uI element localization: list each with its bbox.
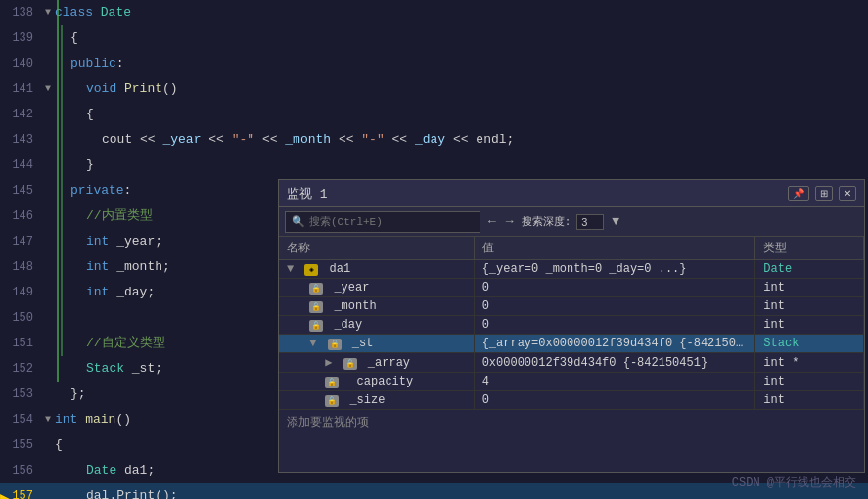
col-value-header: 值 [474,237,755,260]
row-type-size: int [755,391,864,410]
line-number-155: 155 [0,432,41,458]
table-row[interactable]: 🔒 _capacity 4 int [279,373,864,391]
watch-toolbar: 🔍 ← → 搜索深度: ▼ [279,207,864,237]
watch-panel-title: 监视 1 [287,185,328,203]
table-row[interactable]: 🔒 _year 0 int [279,279,864,297]
row-type-capacity: int [755,373,864,391]
line-number-145: 145 [0,178,41,204]
code-line-141: 141 ▼ void Print() [0,76,868,102]
code-line-140: 140 public: [0,51,868,76]
watch-close-button[interactable]: ✕ [839,186,856,201]
var-icon-year: 🔒 [309,283,323,295]
var-icon-st: 🔒 [328,339,342,350]
row-value-month: 0 [474,297,755,316]
line-number-149: 149 [0,280,41,305]
line-number-156: 156 [0,458,41,483]
row-value-da1: {_year=0 _month=0 _day=0 ...} [474,260,755,279]
execution-arrow: ▶ [0,486,10,499]
row-name-month: 🔒 _month [279,297,474,316]
line-number-144: 144 [0,153,41,178]
row-value-size: 0 [474,391,755,410]
watch-table: 名称 值 类型 ▼ ◈ da1 {_year=0 _month=0 _day=0… [279,237,864,410]
row-type-st: Stack [755,335,864,353]
row-type-array: int * [755,353,864,373]
search-fwd-btn[interactable]: → [504,214,516,229]
line-number-152: 152 [0,356,41,382]
var-icon-size: 🔒 [325,395,339,407]
line-number-154: 154 [0,407,41,432]
row-value-year: 0 [474,279,755,297]
table-row[interactable]: ▼ 🔒 _st {_array=0x00000012f39d434f0 {-84… [279,335,864,353]
search-icon: 🔍 [292,215,305,228]
line-number-141: 141 [0,76,41,102]
depth-input[interactable] [576,214,604,230]
fold-138[interactable]: ▼ [41,0,55,25]
watch-search-input[interactable] [309,216,474,228]
line-number-140: 140 [0,51,41,76]
col-name-header: 名称 [279,237,474,260]
row-type-year: int [755,279,864,297]
col-type-header: 类型 [755,237,864,260]
var-icon-month: 🔒 [309,301,323,313]
scope-bar-1 [57,0,59,382]
watch-content[interactable]: 名称 值 类型 ▼ ◈ da1 {_year=0 _month=0 _day=0… [279,237,864,442]
row-name-da1: ▼ ◈ da1 [279,260,474,279]
table-row[interactable]: 🔒 _month 0 int [279,297,864,316]
var-icon-array: 🔒 [343,358,357,370]
var-icon-capacity: 🔒 [325,377,339,388]
line-number-150: 150 [0,305,41,331]
watch-list-button[interactable]: ⊞ [815,186,833,201]
depth-label: 搜索深度: [522,214,571,229]
watch-pin-button[interactable]: 📌 [788,186,809,201]
add-watch-item[interactable]: 添加要监视的项 [279,410,864,434]
watch-title-controls: 📌 ⊞ ✕ [788,186,856,201]
var-icon-da1: ◈ [304,264,318,276]
line-number-138: 138 [0,0,41,25]
watch-table-header: 名称 值 类型 [279,237,864,260]
scope-bar-2 [61,25,63,356]
row-name-array: ▶ 🔒 _array [279,353,474,373]
var-icon-day: 🔒 [309,320,323,332]
row-name-size: 🔒 _size [279,391,474,410]
code-line-142: 142 { [0,102,868,127]
row-type-da1: Date [755,260,864,279]
table-row[interactable]: 🔒 _size 0 int [279,391,864,410]
row-value-st: {_array=0x00000012f39d434f0 {-842150451.… [474,335,755,353]
code-line-144: 144 } [0,153,868,178]
row-type-day: int [755,316,864,335]
watermark: CSDN @平行线也会相交 [732,475,856,491]
code-line-138: 138 ▼ class Date [0,0,868,25]
watch-title-bar: 监视 1 📌 ⊞ ✕ [279,180,864,207]
row-value-array: 0x00000012f39d434f0 {-842150451} [474,353,755,373]
line-content-138: class Date [55,0,131,25]
search-back-btn[interactable]: ← [486,214,498,229]
line-number-143: 143 [0,127,41,153]
code-line-139: 139 { [0,25,868,51]
line-number-151: 151 [0,331,41,356]
table-row[interactable]: 🔒 _day 0 int [279,316,864,335]
line-number-146: 146 [0,204,41,229]
table-row[interactable]: ▼ ◈ da1 {_year=0 _month=0 _day=0 ...} Da… [279,260,864,279]
depth-dropdown-btn[interactable]: ▼ [610,214,621,229]
line-number-148: 148 [0,254,41,280]
row-name-day: 🔒 _day [279,316,474,335]
row-value-capacity: 4 [474,373,755,391]
row-name-capacity: 🔒 _capacity [279,373,474,391]
line-number-142: 142 [0,102,41,127]
row-value-day: 0 [474,316,755,335]
line-number-147: 147 [0,229,41,254]
row-type-month: int [755,297,864,316]
watch-table-body: ▼ ◈ da1 {_year=0 _month=0 _day=0 ...} Da… [279,260,864,410]
row-name-year: 🔒 _year [279,279,474,297]
code-line-143: 143 cout << _year << "-" << _month << "-… [0,127,868,153]
table-row[interactable]: ▶ 🔒 _array 0x00000012f39d434f0 {-8421504… [279,353,864,373]
watch-search-box[interactable]: 🔍 [285,211,480,233]
row-name-st: ▼ 🔒 _st [279,335,474,353]
line-number-153: 153 [0,382,41,407]
line-number-139: 139 [0,25,41,51]
watch-panel: 监视 1 📌 ⊞ ✕ 🔍 ← → 搜索深度: ▼ 名称 值 类型 [278,179,865,473]
